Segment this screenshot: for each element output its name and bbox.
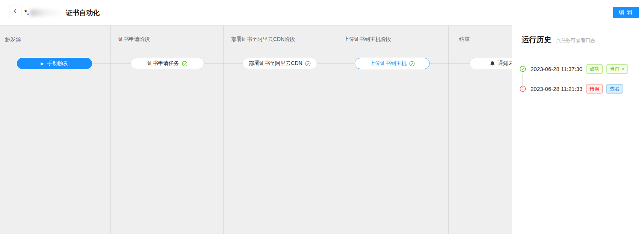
status-badge-label: 成功 xyxy=(590,66,599,71)
stage-column-deploy-cdn: 部署证书至阿里云CDN阶段 xyxy=(224,26,336,234)
status-badge-success: 成功 xyxy=(586,64,603,74)
stage-column-trigger: 触发源 xyxy=(0,26,111,234)
task-deploy-cdn[interactable]: 部署证书至阿里云CDN xyxy=(242,58,317,69)
bell-icon xyxy=(490,61,495,66)
run-timestamp: 2023-06-28 11:37:30 xyxy=(531,66,582,72)
task-cert-apply[interactable]: 证书申请任务 xyxy=(131,58,204,69)
stage-column-end: 结束 xyxy=(449,26,512,234)
check-circle-icon xyxy=(409,61,415,66)
stage-label: 证书申请阶段 xyxy=(118,36,150,43)
run-timestamp: 2023-06-28 11:21:33 xyxy=(531,86,582,92)
stage-column-upload-host: 上传证书到主机阶段 xyxy=(336,26,449,234)
check-circle-icon xyxy=(182,61,187,66)
error-circle-icon xyxy=(520,86,526,92)
task-label: 部署证书至阿里云CDN xyxy=(249,60,302,67)
page-header: *. 证书自动化 编 辑 xyxy=(0,0,644,25)
stage-column-cert-apply: 证书申请阶段 xyxy=(111,26,224,234)
play-icon: ▶ xyxy=(41,62,44,66)
history-entry: 2023-06-28 11:37:30 成功 当前 × xyxy=(520,64,628,74)
chevron-left-icon xyxy=(13,8,18,15)
run-history-panel: 运行历史 点任务可查看日志 2023-06-28 11:37:30 成功 当前 … xyxy=(512,25,644,234)
status-badge-label: 错误 xyxy=(590,86,599,91)
status-badge-error: 错误 xyxy=(586,84,603,94)
stage-label: 结束 xyxy=(459,36,470,43)
edit-button[interactable]: 编 辑 xyxy=(613,7,639,18)
success-circle-icon xyxy=(520,66,526,72)
history-entry: 2023-06-28 11:21:33 错误 查看 xyxy=(520,84,623,94)
task-label: 证书申请任务 xyxy=(148,60,179,67)
run-history-header: 运行历史 点任务可查看日志 xyxy=(522,35,595,45)
stage-label: 触发源 xyxy=(5,36,21,43)
view-log-button[interactable]: 查看 xyxy=(606,84,623,94)
current-badge-label: 当前 xyxy=(610,66,620,71)
trigger-label: 手动触发 xyxy=(47,60,68,67)
title-suffix: 证书自动化 xyxy=(66,8,100,17)
task-upload-host-selected[interactable]: 上传证书到主机 xyxy=(355,58,430,69)
stage-label: 部署证书至阿里云CDN阶段 xyxy=(231,36,295,43)
run-history-title: 运行历史 xyxy=(522,35,552,45)
check-circle-icon xyxy=(305,61,311,66)
close-icon[interactable]: × xyxy=(621,66,624,71)
manual-trigger-button[interactable]: ▶ 手动触发 xyxy=(17,58,92,69)
redacted-domain xyxy=(30,9,65,16)
task-label: 通知未 xyxy=(498,60,512,67)
stage-label: 上传证书到主机阶段 xyxy=(344,36,391,43)
pipeline-canvas: 触发源 证书申请阶段 部署证书至阿里云CDN阶段 上传证书到主机阶段 结束 ▶ … xyxy=(0,25,512,234)
back-button[interactable] xyxy=(9,6,21,17)
task-notify[interactable]: 通知未 xyxy=(470,58,512,69)
current-run-badge: 当前 × xyxy=(606,64,628,74)
task-label: 上传证书到主机 xyxy=(370,60,407,67)
run-history-subtitle: 点任务可查看日志 xyxy=(556,37,595,44)
page-title: *. 证书自动化 xyxy=(24,0,100,25)
title-prefix: *. xyxy=(24,9,29,17)
